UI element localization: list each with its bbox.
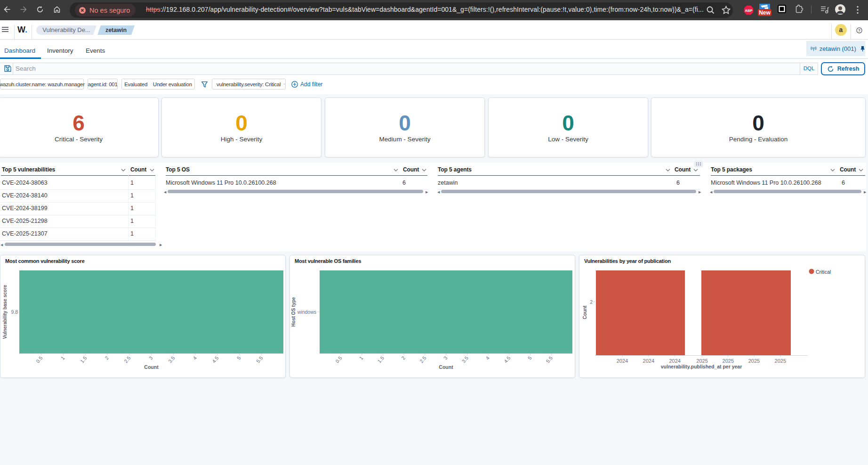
- svg-text:2025: 2025: [748, 358, 760, 364]
- svg-text:Vulnerability base score: Vulnerability base score: [2, 285, 8, 339]
- svg-text:1.5: 1.5: [79, 355, 88, 364]
- svg-text:Count: Count: [439, 364, 453, 370]
- svg-text:Critical: Critical: [816, 269, 831, 275]
- svg-text:2025: 2025: [775, 358, 786, 364]
- svg-text:1.5: 1.5: [376, 355, 385, 364]
- svg-text:9.8: 9.8: [11, 309, 18, 315]
- svg-text:5.5: 5.5: [545, 355, 554, 364]
- svg-text:New: New: [759, 9, 771, 16]
- svg-text:0.5: 0.5: [334, 355, 343, 364]
- svg-text:1: 1: [358, 355, 364, 360]
- svg-text:5: 5: [236, 355, 242, 360]
- svg-text:4: 4: [192, 355, 198, 360]
- svg-text:2024: 2024: [617, 358, 628, 364]
- svg-text:2.5: 2.5: [123, 355, 132, 364]
- svg-text:2: 2: [400, 355, 406, 360]
- svg-text:2025: 2025: [723, 358, 734, 364]
- svg-text:2.5: 2.5: [418, 355, 427, 364]
- svg-text:4.5: 4.5: [503, 355, 512, 364]
- svg-text:vulnerability.published_at per: vulnerability.published_at per year: [661, 364, 742, 369]
- svg-text:0.5: 0.5: [35, 355, 44, 364]
- svg-text:2: 2: [104, 355, 110, 360]
- svg-text:5.5: 5.5: [255, 355, 264, 364]
- svg-text:Count: Count: [144, 364, 159, 370]
- svg-text:Count: Count: [582, 305, 587, 319]
- svg-text:1: 1: [60, 355, 66, 360]
- svg-text:4: 4: [484, 355, 490, 360]
- svg-text:3.5: 3.5: [460, 355, 469, 364]
- svg-text:5: 5: [527, 355, 533, 360]
- svg-text:2: 2: [590, 299, 593, 305]
- svg-text:2024: 2024: [643, 358, 654, 364]
- svg-text:Host OS type: Host OS type: [291, 297, 296, 326]
- svg-text:windows: windows: [297, 309, 316, 315]
- svg-text:ABP: ABP: [745, 8, 753, 13]
- svg-text:2025: 2025: [696, 358, 707, 364]
- svg-text:4.5: 4.5: [211, 355, 220, 364]
- svg-text:3.5: 3.5: [167, 355, 176, 364]
- svg-text:3: 3: [148, 355, 154, 360]
- svg-text:2024: 2024: [669, 358, 680, 364]
- svg-text:3: 3: [442, 355, 449, 360]
- svg-text:?: ?: [858, 28, 860, 33]
